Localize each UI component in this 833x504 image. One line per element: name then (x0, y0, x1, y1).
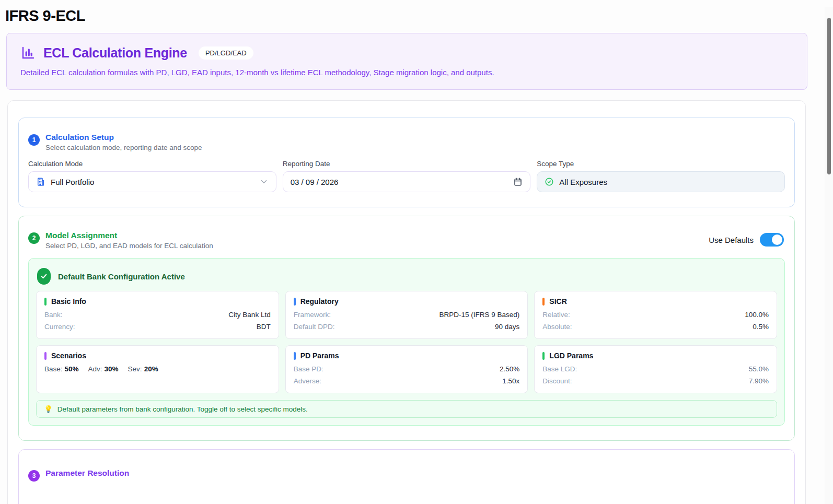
tip-text: Default parameters from bank configurati… (57, 405, 308, 413)
row-value: 30% (105, 365, 119, 373)
scrollbar-track[interactable] (825, 7, 833, 504)
reporting-date-input[interactable]: 03 / 09 / 2026 (283, 171, 531, 192)
card-lgd-params: LGD Params Base LGD:55.0% Discount:7.90% (534, 345, 777, 393)
calculation-setup-title: Calculation Setup (45, 133, 202, 142)
row-label: Base LGD: (542, 363, 577, 375)
row-label: Base: (44, 365, 63, 373)
row-value: 20% (144, 365, 158, 373)
banner-title: ECL Calculation Engine (43, 45, 187, 61)
ecl-page: IFRS 9-ECL ECL Calculation Engine PD/LGD… (0, 7, 833, 504)
card-accent-bar (294, 298, 296, 306)
card-regulatory: Regulatory Framework:BRPD-15 (IFRS 9 Bas… (285, 291, 528, 339)
calculation-mode-group: Calculation Mode Full Portfolio (28, 160, 276, 192)
ecl-engine-banner: ECL Calculation Engine PD/LGD/EAD Detail… (6, 33, 807, 90)
default-config-panel: Default Bank Configuration Active Basic … (28, 258, 785, 426)
default-config-tip: 💡 Default parameters from bank configura… (36, 400, 777, 418)
page-title: IFRS 9-ECL (5, 7, 833, 25)
section-calculation-setup: 1 Calculation Setup Select calculation m… (18, 118, 795, 207)
row-value: BRPD-15 (IFRS 9 Based) (439, 309, 520, 321)
card-accent-bar (44, 298, 47, 306)
calculation-mode-label: Calculation Mode (28, 160, 276, 168)
section-parameter-resolution: 3 Parameter Resolution (18, 449, 795, 504)
step-3-badge: 3 (28, 470, 40, 482)
use-defaults-toggle[interactable] (760, 233, 784, 247)
card-title: Scenarios (51, 351, 86, 360)
section-model-assignment: 2 Model Assignment Select PD, LGD, and E… (18, 216, 795, 441)
row-label: Currency: (44, 321, 75, 333)
card-title: Basic Info (51, 297, 86, 306)
card-sicr: SICR Relative:100.0% Absolute:0.5% (534, 291, 777, 339)
row-value: 2.50% (500, 363, 519, 375)
row-label: Sev: (128, 365, 142, 373)
card-accent-bar (542, 298, 545, 306)
scope-type-field[interactable]: All Exposures (537, 171, 785, 192)
row-value: City Bank Ltd (228, 309, 270, 321)
card-title: LGD Params (549, 351, 593, 360)
scope-type-group: Scope Type All Exposures (537, 160, 785, 192)
row-value: 90 days (495, 321, 519, 333)
row-label: Adv: (88, 365, 102, 373)
building-icon (36, 177, 45, 186)
banner-description: Detailed ECL calculation formulas with P… (20, 68, 793, 77)
lightbulb-icon: 💡 (44, 405, 53, 413)
row-value: 55.0% (749, 363, 769, 375)
default-config-title: Default Bank Configuration Active (58, 272, 185, 281)
calculation-mode-select[interactable]: Full Portfolio (28, 171, 276, 192)
card-title: SICR (549, 297, 566, 306)
row-label: Bank: (44, 309, 63, 321)
model-assignment-title: Model Assignment (45, 231, 213, 240)
card-accent-bar (294, 352, 296, 360)
config-card-grid: Basic Info Bank:City Bank Ltd Currency:B… (36, 291, 777, 393)
row-label: Framework: (294, 309, 331, 321)
row-value: 50% (65, 365, 79, 373)
ecl-main-card: 1 Calculation Setup Select calculation m… (7, 100, 806, 504)
row-value: 0.5% (753, 321, 769, 333)
card-title: PD Params (300, 351, 339, 360)
card-title: Regulatory (300, 297, 339, 306)
parameter-resolution-title: Parameter Resolution (45, 468, 129, 478)
check-pill-icon (37, 268, 51, 285)
step-1-badge: 1 (28, 134, 40, 146)
check-circle-icon (545, 177, 554, 186)
reporting-date-group: Reporting Date 03 / 09 / 2026 (283, 160, 531, 192)
row-value: 100.0% (745, 309, 769, 321)
scope-type-label: Scope Type (537, 160, 785, 168)
chevron-down-icon (259, 177, 269, 186)
reporting-date-value: 03 / 09 / 2026 (291, 178, 508, 186)
calendar-icon[interactable] (513, 177, 523, 186)
card-accent-bar (44, 352, 47, 360)
row-label: Relative: (542, 309, 570, 321)
row-value: 7.90% (749, 375, 769, 387)
row-label: Absolute: (542, 321, 572, 333)
row-label: Adverse: (294, 375, 321, 387)
row-value: BDT (257, 321, 271, 333)
model-assignment-subtitle: Select PD, LGD, and EAD models for ECL c… (45, 242, 213, 250)
step-2-badge: 2 (28, 232, 40, 244)
row-label: Default DPD: (294, 321, 335, 333)
row-value: 1.50x (502, 375, 519, 387)
card-accent-bar (542, 352, 545, 360)
banner-badge: PD/LGD/EAD (199, 46, 253, 60)
row-label: Base PD: (294, 363, 323, 375)
card-pd-params: PD Params Base PD:2.50% Adverse:1.50x (285, 345, 528, 393)
card-basic-info: Basic Info Bank:City Bank Ltd Currency:B… (36, 291, 279, 339)
row-label: Discount: (542, 375, 572, 387)
bar-chart-icon (20, 45, 36, 61)
card-scenarios: Scenarios Base:50% Adv:30% Sev:20% (36, 345, 279, 393)
scrollbar-thumb[interactable] (827, 18, 831, 174)
calculation-mode-value: Full Portfolio (51, 178, 254, 186)
use-defaults-label: Use Defaults (709, 236, 754, 244)
toggle-knob (772, 235, 782, 245)
scope-type-value: All Exposures (559, 178, 777, 186)
reporting-date-label: Reporting Date (283, 160, 531, 168)
calculation-setup-subtitle: Select calculation mode, reporting date … (45, 144, 202, 151)
